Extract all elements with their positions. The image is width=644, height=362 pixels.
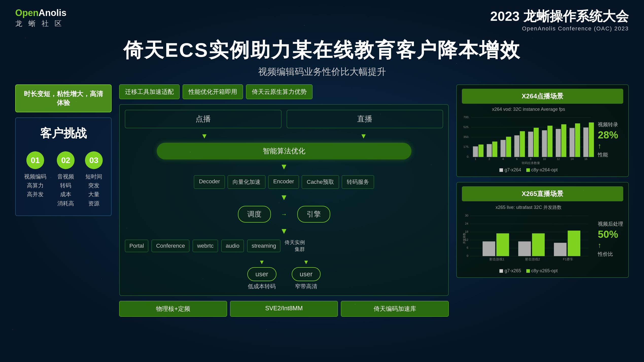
tag-3: 倚天云原生算力优势 — [246, 84, 312, 99]
feitian-cluster: 倚天实例集群 — [285, 239, 305, 253]
middle-content: 点播 直播 ▼ ▼ 智能算法优化 ▼ Decoder 向量化加速 Encoder… — [119, 104, 449, 296]
live-chart-title: X265直播场景 — [462, 186, 623, 201]
svg-text:F1赛车: F1赛车 — [563, 257, 573, 261]
algorithm-oval: 智能算法优化 — [157, 143, 411, 159]
comp-quantize: 向量化加速 — [228, 175, 266, 189]
svg-rect-10 — [473, 146, 478, 157]
services-wrapper: Portal Conference webrtc audio streaming… — [125, 237, 443, 255]
vod-box: 点播 — [125, 110, 282, 128]
svg-rect-21 — [547, 126, 552, 157]
user-oval-vod: user — [247, 267, 276, 281]
conference-name: OpenAnolis Conference (OAC) 2023 — [490, 25, 629, 32]
vod-chart-subtitle: x264 vod: 32C instance Average fps — [462, 107, 595, 112]
svg-text:10: 10 — [543, 157, 546, 160]
vod-pct: 28% — [598, 129, 618, 141]
legend-dot-c8y — [526, 168, 530, 172]
challenge-desc-2: 音视频转码成本消耗高 — [57, 172, 74, 208]
svg-text:700.: 700. — [463, 115, 469, 119]
svc-portal: Portal — [125, 240, 148, 252]
content-area: 时长变短，粘性增大，高清体验 客户挑战 01 视频编码高算力高并发 02 音视频… — [0, 79, 644, 317]
challenge-items: 01 视频编码高算力高并发 02 音视频转码成本消耗高 03 短时间突发大量资源 — [21, 151, 106, 208]
live-chart-section: X265直播场景 x265 live: ultrafast 32C 并发路数 3… — [456, 182, 629, 278]
svg-rect-18 — [528, 132, 533, 157]
legend-dot-g7-live — [499, 269, 503, 273]
svc-conference: Conference — [151, 240, 189, 252]
svg-text:6: 6 — [516, 157, 518, 160]
challenge-title: 客户挑战 — [21, 125, 106, 141]
svg-text:30: 30 — [465, 214, 468, 217]
legend-label-c8y-live: c8y-x265-opt — [531, 268, 558, 274]
bottom-tags: 物理核+定频 SVE2/Int8MM 倚天编码加速库 — [119, 301, 449, 317]
tags-row: 迁移工具加速适配 性能优化开箱即用 倚天云原生算力优势 — [119, 84, 449, 99]
arrow-live: ▼ — [360, 132, 367, 140]
svg-text:24: 24 — [465, 222, 468, 225]
comp-cache: Cache预取 — [302, 175, 339, 189]
logo-text: OpenAnolis — [15, 8, 66, 18]
arrow-vod: ▼ — [201, 132, 208, 140]
svc-streaming: streaming — [247, 240, 281, 252]
live-pct: 50% — [598, 229, 618, 240]
svg-text:并发路数: 并发路数 — [463, 233, 466, 244]
comp-encoder: Encoder — [268, 175, 299, 189]
vod-label-text: 视频转录 — [598, 121, 618, 128]
challenge-desc-1: 视频编码高算力高并发 — [24, 172, 46, 199]
arrow-algo: ▼ — [125, 162, 443, 171]
live-chart-main: x265 live: ultrafast 32C 并发路数 30 24 18 1… — [462, 204, 595, 274]
svg-rect-52 — [496, 233, 509, 256]
scheduler-box: 调度 — [238, 206, 271, 223]
green-banner: 时长变短，粘性增大，高清体验 — [15, 84, 112, 112]
challenge-num-2: 02 — [57, 151, 75, 169]
svg-text:4: 4 — [502, 157, 504, 160]
page-subtitle: 视频编辑码业务性价比大幅提升 — [0, 66, 644, 78]
svg-text:12: 12 — [557, 157, 560, 160]
live-bar-chart: 30 24 18 12 6 0 并发路数 — [462, 213, 595, 266]
user-oval-live: user — [292, 267, 321, 281]
vod-bar-chart: 700. 525. 350. 175. 0. — [462, 115, 595, 165]
svg-text:0.: 0. — [467, 155, 469, 158]
arrow-engine: ▼ — [125, 226, 443, 236]
challenge-num-1: 01 — [26, 151, 44, 169]
live-box: 直播 — [287, 110, 443, 128]
legend-label-c8y: c8y-x264-opt — [531, 167, 558, 173]
legend-dot-c8y-live — [526, 269, 530, 273]
svg-text:525.: 525. — [463, 125, 469, 129]
comp-transcode: 转码服务 — [342, 175, 374, 189]
bottom-tag-2: SVE2/Int8MM — [230, 301, 338, 317]
svg-text:350.: 350. — [463, 135, 469, 138]
scheduler-engine-row: 调度 → 引擎 — [125, 206, 443, 223]
engine-box: 引擎 — [297, 206, 330, 223]
vod-chart-legend: g7-x264 c8y-x264-opt — [462, 167, 595, 173]
left-panel: 时长变短，粘性增大，高清体验 客户挑战 01 视频编码高算力高并发 02 音视频… — [15, 84, 112, 317]
legend-c8y: c8y-x264-opt — [526, 167, 558, 173]
challenge-num-3: 03 — [85, 151, 103, 169]
tag-2: 性能优化开箱即用 — [183, 84, 243, 99]
challenge-desc-3: 短时间突发大量资源 — [85, 172, 102, 208]
svg-text:2: 2 — [489, 157, 490, 160]
arrow-user-vod: ▼ — [259, 259, 265, 266]
header: OpenAnolis 龙 蜥 社 区 2023 龙蜥操作系统大会 OpenAno… — [0, 0, 644, 32]
svg-rect-15 — [506, 137, 511, 157]
logo-section: OpenAnolis 龙 蜥 社 区 — [15, 8, 66, 28]
middle-panel: 迁移工具加速适配 性能优化开箱即用 倚天云原生算力优势 点播 直播 ▼ ▼ 智能… — [119, 84, 449, 317]
bottom-tag-1: 物理核+定频 — [119, 301, 227, 317]
live-right-label: 视频后处理 50% ↑ 性价比 — [598, 204, 623, 274]
challenge-box: 客户挑战 01 视频编码高算力高并发 02 音视频转码成本消耗高 03 短时间突… — [15, 117, 112, 216]
main-title-section: 倚天ECS实例助力某在线教育客户降本增效 视频编辑码业务性价比大幅提升 — [0, 32, 644, 79]
svg-text:射击游戏1: 射击游戏1 — [489, 258, 504, 261]
svg-rect-27 — [589, 122, 594, 157]
components-row: Decoder 向量化加速 Encoder Cache预取 转码服务 — [125, 175, 443, 189]
live-chart-subtitle: x265 live: ultrafast 32C 并发路数 — [462, 204, 595, 210]
svg-text:转码任务数量: 转码任务数量 — [522, 161, 540, 165]
legend-c8y-live: c8y-x265-opt — [526, 268, 558, 274]
comp-decoder: Decoder — [194, 175, 225, 189]
legend-dot-g7 — [499, 168, 503, 172]
challenge-item-3: 03 短时间突发大量资源 — [85, 151, 103, 208]
vod-perf-label: 性能 — [598, 151, 608, 158]
challenge-item-2: 02 音视频转码成本消耗高 — [57, 151, 75, 208]
bottom-tag-3: 倚天编码加速库 — [341, 301, 449, 317]
legend-label-g7-live: g7-x265 — [504, 268, 521, 274]
live-chart-legend: g7-x265 c8y-x265-opt — [462, 268, 595, 274]
svg-rect-23 — [561, 124, 566, 157]
svg-rect-51 — [483, 241, 495, 256]
vod-chart-title: X264点播场景 — [462, 89, 623, 104]
